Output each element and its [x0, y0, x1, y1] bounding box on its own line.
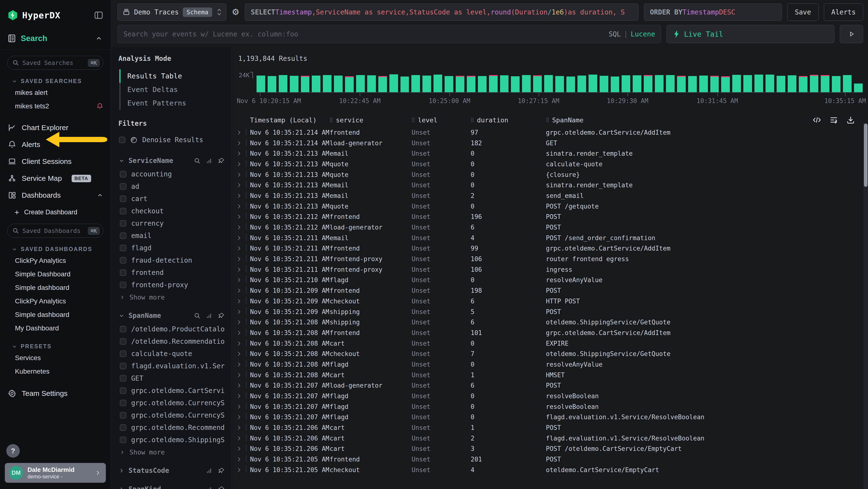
table-row[interactable]: Nov 6 10:35:21.213 AMquoteUnset0POST /ge… [232, 201, 868, 212]
analysis-mode-event-patterns[interactable]: Event Patterns [119, 96, 225, 110]
bar-chart-icon[interactable] [206, 467, 213, 474]
servicename-filter-item[interactable]: cart [120, 193, 225, 205]
table-row[interactable]: Nov 6 10:35:21.207 AMload-generatorUnset… [232, 380, 868, 391]
expand-row-icon[interactable] [236, 287, 242, 294]
histogram-bar[interactable] [688, 76, 697, 92]
search-icon[interactable] [194, 312, 200, 319]
lucene-toggle[interactable]: Lucene [631, 30, 655, 38]
table-row[interactable]: Nov 6 10:35:21.214 AMfrontendUnset97grpc… [232, 127, 868, 138]
histogram-bar[interactable] [434, 75, 442, 92]
table-row[interactable]: Nov 6 10:35:21.211 AMfrontend-proxyUnset… [232, 254, 868, 264]
checkbox[interactable] [120, 375, 126, 382]
sidebar-item-chart-explorer[interactable]: Chart Explorer [0, 119, 111, 136]
expand-row-icon[interactable] [236, 140, 242, 146]
table-row[interactable]: Nov 6 10:35:21.212 AMload-generatorUnset… [232, 222, 868, 233]
histogram-bar[interactable] [854, 84, 863, 92]
histogram-bar[interactable] [533, 75, 542, 92]
checkbox[interactable] [120, 437, 126, 443]
live-tail-button[interactable]: Live Tail [666, 25, 835, 43]
expand-row-icon[interactable] [236, 435, 242, 441]
checkbox[interactable] [120, 208, 126, 214]
saved-dashboard-item[interactable]: ClickPy Analytics [0, 254, 111, 267]
expand-row-icon[interactable] [236, 393, 242, 399]
histogram-bar[interactable] [655, 75, 663, 92]
histogram-bar[interactable] [390, 74, 398, 92]
histogram-bar[interactable] [279, 75, 287, 92]
table-row[interactable]: Nov 6 10:35:21.207 AMflagdUnset0resolveB… [232, 391, 868, 401]
spanname-filter-item[interactable]: grpc.oteldemo.CurrencyS… [120, 397, 225, 409]
histogram-bar[interactable] [600, 76, 608, 92]
expand-row-icon[interactable] [236, 161, 242, 167]
histogram-bar[interactable] [544, 75, 553, 92]
saved-searches-header[interactable]: SAVED SEARCHES [0, 70, 111, 86]
servicename-filter-item[interactable]: fraud-detection [120, 254, 225, 266]
expand-row-icon[interactable] [236, 309, 242, 315]
expand-row-icon[interactable] [236, 382, 242, 389]
expand-row-icon[interactable] [236, 193, 242, 199]
expand-row-icon[interactable] [236, 319, 242, 325]
servicename-filter-item[interactable]: frontend [120, 266, 225, 279]
checkbox[interactable] [120, 196, 126, 202]
spanname-filter-item[interactable]: calculate-quote [120, 348, 225, 360]
sidebar-item-team-settings[interactable]: Team Settings [0, 385, 111, 402]
checkbox[interactable] [120, 269, 126, 276]
table-row[interactable]: Nov 6 10:35:21.209 AMfrontendUnset198POS… [232, 285, 868, 296]
table-row[interactable]: Nov 6 10:35:21.206 AMcartUnset3POST /ote… [232, 443, 868, 454]
preset-item[interactable]: Kubernetes [0, 365, 111, 378]
histogram-bar[interactable] [323, 75, 332, 92]
histogram-bar[interactable] [522, 75, 531, 92]
drag-handle-icon[interactable] [411, 117, 415, 123]
servicename-filter-item[interactable]: checkout [120, 205, 225, 217]
bar-chart-icon[interactable] [206, 486, 213, 489]
checkbox[interactable] [120, 232, 126, 239]
spanname-filter-item[interactable]: GET [120, 372, 225, 384]
expand-row-icon[interactable] [236, 266, 242, 273]
checkbox[interactable] [120, 363, 126, 369]
sidebar-item-alerts[interactable]: Alerts [0, 136, 111, 153]
checkbox[interactable] [120, 282, 126, 288]
pin-icon[interactable] [218, 312, 225, 319]
sidebar-section-search[interactable]: Search [0, 23, 111, 49]
checkbox[interactable] [119, 137, 125, 143]
histogram-bar[interactable] [644, 75, 652, 92]
expand-row-icon[interactable] [236, 245, 242, 252]
table-row[interactable]: Nov 6 10:35:21.208 AMshippingUnset6oteld… [232, 317, 868, 327]
histogram-bar[interactable] [312, 76, 320, 92]
expand-row-icon[interactable] [236, 150, 242, 156]
chevron-up-icon[interactable] [95, 35, 102, 42]
spanname-filter-item[interactable]: /oteldemo.ProductCatalo… [120, 323, 225, 335]
checkbox[interactable] [120, 338, 126, 345]
event-search-input[interactable]: Search your events w/ Lucene ex. column:… [117, 25, 661, 43]
histogram-bar[interactable] [666, 75, 675, 92]
table-row[interactable]: Nov 6 10:35:21.214 AMload-generatorUnset… [232, 138, 868, 148]
wrap-lines-icon[interactable] [829, 115, 839, 125]
analysis-mode-results-table[interactable]: Results Table [119, 69, 225, 83]
table-row[interactable]: Nov 6 10:35:21.208 AMcartUnset1HMSET [232, 370, 868, 380]
sql-toggle[interactable]: SQL [609, 30, 621, 38]
servicename-filter-item[interactable]: email [120, 230, 225, 242]
expand-row-icon[interactable] [236, 340, 242, 347]
histogram-bar[interactable] [832, 76, 840, 92]
selector-chevrons-icon[interactable] [216, 8, 222, 16]
orderby-expression-input[interactable]: ORDER BY Timestamp DESC [644, 3, 782, 21]
expand-row-icon[interactable] [236, 414, 242, 420]
servicename-filter-item[interactable]: currency [120, 217, 225, 230]
spanname-filter-item[interactable]: flagd.evaluation.v1.Ser… [120, 360, 225, 372]
histogram-bar[interactable] [555, 76, 564, 92]
histogram-bar[interactable] [611, 77, 619, 92]
expand-row-icon[interactable] [236, 351, 242, 357]
pin-icon[interactable] [218, 486, 225, 489]
sidebar-item-dashboards[interactable]: Dashboards [0, 187, 111, 204]
source-selector[interactable]: Demo Traces Schema [117, 3, 226, 21]
analysis-mode-event-deltas[interactable]: Event Deltas [119, 83, 225, 96]
preset-item[interactable]: Services [0, 351, 111, 365]
histogram-bar[interactable] [566, 77, 575, 92]
expand-row-icon[interactable] [236, 224, 242, 230]
histogram-bar[interactable] [777, 76, 785, 92]
expand-row-icon[interactable] [236, 213, 242, 220]
histogram-bar[interactable] [301, 76, 310, 92]
histogram-bar[interactable] [401, 77, 409, 92]
table-row[interactable]: Nov 6 10:35:21.208 AMfrontendUnset101grp… [232, 327, 868, 338]
help-button[interactable]: ? [6, 444, 20, 458]
checkbox[interactable] [120, 326, 126, 333]
